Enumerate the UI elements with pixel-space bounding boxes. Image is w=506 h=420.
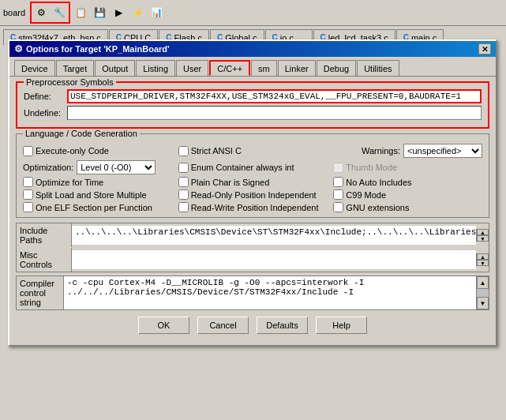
toolbar-board-label: board (3, 8, 25, 17)
compiler-control-value[interactable]: -c -cpu Cortex-M4 -D__MICROLIB -g -O0 --… (64, 276, 476, 309)
lang-row-0: Execute-only Code Strict ANSI C Warnings… (23, 144, 482, 158)
gnu-ext-cb[interactable] (333, 202, 343, 212)
dtab-utilities[interactable]: Utilities (357, 60, 399, 76)
dtab-listing[interactable]: Listing (136, 60, 175, 76)
dialog-title-left: ⚙ Options for Target 'KP_MainBoard' (14, 43, 170, 54)
undefine-row: Undefine: (24, 106, 482, 120)
dtab-output[interactable]: Output (95, 60, 135, 76)
include-paths-scroll: ▲ ▼ (476, 229, 489, 242)
plain-char-cb[interactable] (178, 177, 189, 187)
read-only-pos-row: Read-Only Position Independent (178, 189, 328, 200)
compiler-control-label: Compiler control string (17, 276, 64, 309)
misc-scroll: ▲ ▼ (476, 253, 489, 266)
no-auto-includes-cb[interactable] (333, 177, 343, 187)
dtab-utilities-label: Utilities (364, 64, 392, 73)
compiler-scroll-up[interactable]: ▲ (477, 276, 489, 289)
include-scroll-up[interactable]: ▲ (477, 229, 489, 235)
strict-ansi-label: Strict ANSI C (191, 146, 242, 156)
dtab-listing-label: Listing (143, 64, 168, 73)
thumb-mode-row: Thumb Mode (333, 163, 482, 173)
misc-scroll-down[interactable]: ▼ (477, 260, 489, 266)
ok-button[interactable]: OK (138, 317, 189, 334)
dtab-user-label: User (183, 64, 201, 73)
split-load-cb[interactable] (23, 189, 33, 200)
gnu-ext-label: GNU extensions (346, 203, 409, 212)
toolbar-btn-4[interactable]: 💾 (91, 4, 108, 21)
optimization-select[interactable]: Level 0 (-O0) (77, 160, 156, 174)
warnings-label: Warnings: (362, 146, 400, 156)
toolbar-btn-1[interactable]: ⚙ (32, 4, 50, 21)
toolbar-btn-7[interactable]: 📊 (148, 4, 165, 21)
lang-row-4: One ELF Section per Function Read-Write … (23, 202, 482, 212)
close-button[interactable]: ✕ (478, 43, 491, 54)
strict-ansi-cb[interactable] (178, 146, 189, 156)
options-dialog: ⚙ Options for Target 'KP_MainBoard' ✕ De… (8, 39, 497, 347)
compiler-control-container: Compiler control string -c -cpu Cortex-M… (16, 276, 489, 310)
one-elf-cb[interactable] (23, 202, 33, 212)
include-scroll-down[interactable]: ▼ (477, 235, 489, 242)
read-write-pos-label: Read-Write Position Independent (191, 203, 319, 212)
preprocessor-content: Define: Undefine: (24, 89, 482, 120)
one-elf-row: One ELF Section per Function (23, 202, 172, 212)
read-only-pos-label: Read-Only Position Independent (191, 190, 317, 200)
undefine-input[interactable] (67, 106, 482, 120)
split-load-label: Split Load and Store Multiple (36, 190, 147, 200)
misc-controls-row: Misc Controls ▲ ▼ (17, 248, 489, 272)
thumb-mode-cb[interactable] (333, 163, 343, 173)
dtab-linker[interactable]: Linker (278, 60, 316, 76)
dtab-device[interactable]: Device (14, 60, 55, 76)
no-auto-includes-row: No Auto Includes (333, 177, 482, 187)
toolbar-btn-2[interactable]: 🔧 (51, 4, 68, 21)
dialog-content: Preprocessor Symbols Define: Undefine: L… (9, 76, 496, 345)
c99-mode-cb[interactable] (333, 189, 343, 200)
split-load-row: Split Load and Store Multiple (23, 189, 172, 200)
toolbar: board ⚙ 🔧 📋 💾 ▶ ⚡ 📊 (0, 0, 506, 26)
dtab-debug-label: Debug (324, 64, 349, 73)
dtab-device-label: Device (21, 64, 48, 73)
dtab-sm[interactable]: sm (251, 60, 277, 76)
include-paths-value[interactable]: ..\..\..\..\Libraries\CMSIS\Device\ST\ST… (72, 226, 476, 245)
enum-container-label: Enum Container always int (191, 163, 294, 172)
dtab-user[interactable]: User (176, 60, 208, 76)
dtab-sm-label: sm (258, 64, 270, 73)
define-input[interactable] (67, 89, 482, 103)
enum-container-cb[interactable] (178, 163, 189, 173)
optimize-time-label: Optimize for Time (36, 178, 103, 187)
defaults-button[interactable]: Defaults (257, 317, 308, 334)
toolbar-btn-3[interactable]: 📋 (72, 4, 89, 21)
dialog-tabs: Device Target Output Listing User C/C++ … (9, 57, 496, 76)
dtab-debug[interactable]: Debug (317, 60, 356, 76)
cancel-button[interactable]: Cancel (197, 317, 249, 334)
optimization-row: Optimization: Level 0 (-O0) (23, 160, 172, 174)
misc-scroll-up[interactable]: ▲ (477, 253, 489, 260)
execute-only-cb[interactable] (23, 146, 33, 156)
dtab-cpp-label: C/C++ (217, 64, 242, 73)
optimization-label: Optimization: (23, 163, 73, 172)
define-label: Define: (24, 92, 67, 101)
lang-row-1: Optimization: Level 0 (-O0) Enum Contain… (23, 160, 482, 174)
include-paths-label-text: Include Paths (20, 226, 47, 245)
include-paths-row: Include Paths ..\..\..\..\Libraries\CMSI… (17, 223, 489, 248)
lang-row-3: Split Load and Store Multiple Read-Only … (23, 189, 482, 200)
enum-container-row: Enum Container always int (178, 163, 328, 173)
define-row: Define: (24, 89, 482, 103)
read-write-pos-cb[interactable] (178, 202, 189, 212)
help-button[interactable]: Help (316, 317, 367, 334)
compiler-scroll-down[interactable]: ▼ (477, 297, 489, 309)
compiler-control-label-text: Compiler control string (20, 279, 54, 307)
dtab-target-label: Target (63, 64, 88, 73)
optimize-time-row: Optimize for Time (23, 177, 172, 187)
toolbar-btn-5[interactable]: ▶ (110, 4, 127, 21)
misc-controls-value[interactable] (72, 250, 476, 269)
dtab-target[interactable]: Target (56, 60, 95, 76)
lang-row-2: Optimize for Time Plain Char is Signed N… (23, 177, 482, 187)
read-write-pos-row: Read-Write Position Independent (178, 202, 328, 212)
warnings-select[interactable]: <unspecified> (403, 144, 482, 158)
optimize-time-cb[interactable] (23, 177, 33, 187)
warnings-row: Warnings: <unspecified> (333, 144, 482, 158)
compiler-line-1: -c -cpu Cortex-M4 -D__MICROLIB -g -O0 --… (67, 278, 473, 287)
dtab-cpp[interactable]: C/C++ (209, 60, 250, 76)
read-only-pos-cb[interactable] (178, 189, 189, 200)
dtab-output-label: Output (102, 64, 128, 73)
toolbar-btn-6[interactable]: ⚡ (129, 4, 146, 21)
